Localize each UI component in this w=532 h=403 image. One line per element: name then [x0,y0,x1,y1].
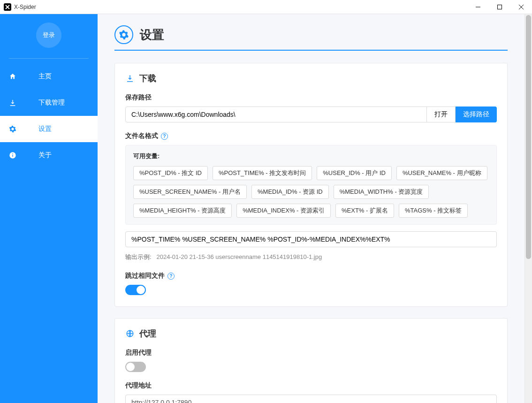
variable-tag[interactable]: %EXT% - 扩展名 [335,204,394,218]
gear-icon [8,125,17,133]
enable-proxy-label: 启用代理 [125,349,497,357]
page-underline [114,50,508,51]
card-header: 下载 [125,73,497,84]
variable-tag[interactable]: %POST_TIME% - 推文发布时间 [213,166,312,180]
variable-tag[interactable]: %POST_ID% - 推文 ID [133,166,208,180]
sidebar-item-label: 下载管理 [38,99,65,107]
download-section: 下载 保存路径 打开 选择路径 文件名格式 ? 可用变量: %POST_ID% … [114,63,508,307]
variable-tag[interactable]: %MEDIA_INDEX% - 资源索引 [236,204,331,218]
save-path-label: 保存路径 [125,93,497,102]
save-path-row: 打开 选择路径 [125,106,497,122]
variables-box: 可用变量: %POST_ID% - 推文 ID%POST_TIME% - 推文发… [125,145,497,225]
select-path-button[interactable]: 选择路径 [456,106,497,122]
open-folder-button[interactable]: 打开 [427,106,456,122]
output-example-value: 2024-01-20 21-15-36 userscreenname 11451… [156,253,322,260]
variables-title: 可用变量: [133,152,489,160]
skip-same-label: 跳过相同文件 ? [125,272,497,280]
help-icon[interactable]: ? [161,133,168,140]
download-icon [125,74,135,83]
sidebar-item-label: 主页 [38,72,52,81]
card-title: 下载 [139,73,156,84]
filename-format-label: 文件名格式 ? [125,132,497,140]
help-icon[interactable]: ? [167,273,175,280]
proxy-address-label: 代理地址 [125,381,497,390]
main-content: 设置 下载 保存路径 打开 选择路径 文件名格式 [98,14,524,403]
variable-tag[interactable]: %MEDIA_HEIGHT% - 资源高度 [133,204,232,218]
home-icon [8,72,17,81]
variable-tag[interactable]: %MEDIA_WIDTH% - 资源宽度 [334,185,429,199]
titlebar: X-Spider [0,0,532,14]
output-example: 输出示例: 2024-01-20 21-15-36 userscreenname… [125,253,497,261]
sidebar-item-about[interactable]: 关于 [0,142,98,168]
card-title: 代理 [139,328,156,339]
sidebar-divider [9,58,89,59]
sidebar-item-home[interactable]: 主页 [0,63,98,90]
save-path-input[interactable] [125,106,427,122]
sidebar: 登录 主页 下载管理 设置 关于 [0,14,98,403]
svg-rect-2 [12,155,13,157]
proxy-section: 代理 启用代理 代理地址 [114,318,508,403]
svg-rect-0 [498,5,502,9]
gear-icon [114,25,133,44]
scrollbar-track[interactable] [524,14,532,403]
sidebar-item-label: 设置 [38,125,52,133]
svg-point-3 [12,153,13,154]
variable-tag[interactable]: %MEDIA_ID% - 资源 ID [251,185,329,199]
window-title: X-Spider [14,4,467,10]
variable-tag[interactable]: %USER_SCREEN_NAME% - 用户名 [133,185,247,199]
maximize-button[interactable] [489,0,510,14]
variable-tags: %POST_ID% - 推文 ID%POST_TIME% - 推文发布时间%US… [133,166,489,218]
page-title: 设置 [140,27,164,43]
variable-tag[interactable]: %USER_ID% - 用户 ID [317,166,392,180]
download-icon [8,99,17,107]
info-icon [8,151,17,160]
globe-icon [125,329,135,338]
sidebar-item-label: 关于 [38,151,52,160]
page-header: 设置 [114,25,508,44]
variable-tag[interactable]: %USER_NAME% - 用户昵称 [396,166,487,180]
output-example-label: 输出示例: [125,253,152,260]
filename-format-input[interactable] [125,231,497,247]
sidebar-item-settings[interactable]: 设置 [0,116,98,142]
sidebar-item-downloads[interactable]: 下载管理 [0,90,98,116]
skip-same-toggle[interactable] [125,285,146,295]
login-button[interactable]: 登录 [36,23,61,48]
card-header: 代理 [125,328,497,339]
scrollbar-thumb[interactable] [526,15,531,259]
proxy-address-input[interactable] [125,395,497,403]
minimize-button[interactable] [467,0,489,14]
enable-proxy-toggle[interactable] [125,362,146,372]
close-button[interactable] [510,0,532,14]
variable-tag[interactable]: %TAGS% - 推文标签 [399,204,468,218]
app-icon [4,3,11,11]
window-controls [467,0,532,14]
